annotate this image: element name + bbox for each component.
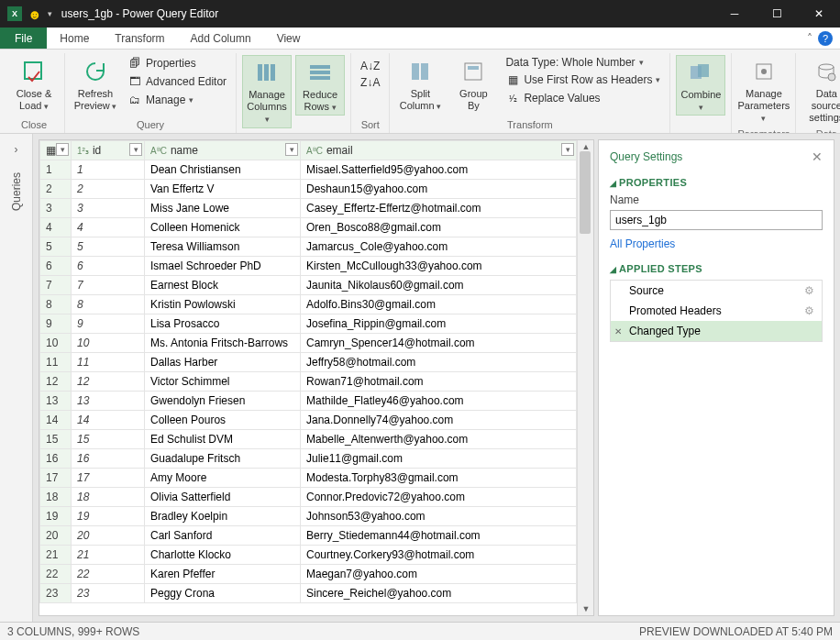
cell-email[interactable]: Sincere_Reichel@yahoo.com xyxy=(301,584,577,603)
table-row[interactable]: 5 5 Teresa Williamson Jamarcus_Cole@yaho… xyxy=(40,237,577,257)
manage-parameters-button[interactable]: Manage Parameters xyxy=(739,55,789,127)
cell-id[interactable]: 14 xyxy=(72,411,145,430)
help-button[interactable]: ? xyxy=(818,31,833,46)
cell-name[interactable]: Bradley Koelpin xyxy=(145,507,301,526)
row-number[interactable]: 10 xyxy=(40,334,72,353)
cell-id[interactable]: 23 xyxy=(72,584,145,603)
cell-id[interactable]: 1 xyxy=(72,160,145,180)
table-row[interactable]: 15 15 Ed Schulist DVM Mabelle_Altenwerth… xyxy=(40,430,577,449)
col-header-name[interactable]: AᴮCname▾ xyxy=(145,141,301,160)
table-row[interactable]: 22 22 Karen Pfeffer Maegan7@yahoo.com xyxy=(40,565,577,584)
reduce-rows-button[interactable]: Reduce Rows xyxy=(295,55,345,116)
table-row[interactable]: 11 11 Dallas Harber Jeffry58@hotmail.com xyxy=(40,353,577,372)
cell-id[interactable]: 12 xyxy=(72,372,145,392)
refresh-preview-button[interactable]: Refresh Preview xyxy=(71,55,120,114)
cell-email[interactable]: Mabelle_Altenwerth@yahoo.com xyxy=(301,430,577,449)
cell-id[interactable]: 20 xyxy=(72,526,145,546)
row-number[interactable]: 3 xyxy=(40,199,72,218)
tab-view[interactable]: View xyxy=(264,28,314,49)
cell-name[interactable]: Earnest Block xyxy=(145,276,301,295)
cell-id[interactable]: 7 xyxy=(72,276,145,295)
query-name-input[interactable] xyxy=(610,210,823,230)
cell-email[interactable]: Jeffry58@hotmail.com xyxy=(301,353,577,372)
cell-id[interactable]: 21 xyxy=(72,546,145,565)
cell-email[interactable]: Berry_Stiedemann44@hotmail.com xyxy=(301,526,577,546)
table-row[interactable]: 12 12 Victor Schimmel Rowan71@hotmail.co… xyxy=(40,372,577,392)
cell-email[interactable]: Misael.Satterfield95@yahoo.com xyxy=(301,160,577,180)
cell-name[interactable]: Dallas Harber xyxy=(145,353,301,372)
row-number[interactable]: 9 xyxy=(40,314,72,334)
table-row[interactable]: 13 13 Gwendolyn Friesen Mathilde_Flatley… xyxy=(40,392,577,411)
cell-id[interactable]: 2 xyxy=(72,180,145,199)
table-row[interactable]: 20 20 Carl Sanford Berry_Stiedemann44@ho… xyxy=(40,526,577,546)
properties-section[interactable]: PROPERTIES xyxy=(610,177,823,188)
table-row[interactable]: 6 6 Ismael Schroeder PhD Kirsten_McCullo… xyxy=(40,257,577,276)
cell-email[interactable]: Casey_Effertz-Effertz@hotmail.com xyxy=(301,199,577,218)
cell-email[interactable]: Johnson53@yahoo.com xyxy=(301,507,577,526)
row-number[interactable]: 17 xyxy=(40,469,72,488)
cell-id[interactable]: 17 xyxy=(72,469,145,488)
cell-id[interactable]: 4 xyxy=(72,218,145,237)
cell-name[interactable]: Lisa Prosacco xyxy=(145,314,301,334)
applied-steps-section[interactable]: APPLIED STEPS xyxy=(610,263,823,274)
cell-id[interactable]: 3 xyxy=(72,199,145,218)
row-number[interactable]: 18 xyxy=(40,488,72,507)
table-row[interactable]: 19 19 Bradley Koelpin Johnson53@yahoo.co… xyxy=(40,507,577,526)
cell-name[interactable]: Victor Schimmel xyxy=(145,372,301,392)
cell-email[interactable]: Deshaun15@yahoo.com xyxy=(301,180,577,199)
cell-email[interactable]: Jana.Donnelly74@yahoo.com xyxy=(301,411,577,430)
data-source-settings-button[interactable]: Data source settings xyxy=(801,55,840,127)
table-row[interactable]: 7 7 Earnest Block Jaunita_Nikolaus60@gma… xyxy=(40,276,577,295)
table-row[interactable]: 16 16 Guadalupe Fritsch Julie11@gmail.co… xyxy=(40,449,577,469)
advanced-editor-button[interactable]: 🗔Advanced Editor xyxy=(124,73,230,90)
qat-dropdown[interactable]: ▾ xyxy=(48,9,52,18)
table-row[interactable]: 9 9 Lisa Prosacco Josefina_Rippin@gmail.… xyxy=(40,314,577,334)
row-number[interactable]: 12 xyxy=(40,372,72,392)
row-number[interactable]: 6 xyxy=(40,257,72,276)
scroll-thumb[interactable] xyxy=(580,151,591,234)
row-number[interactable]: 19 xyxy=(40,507,72,526)
close-button[interactable]: ✕ xyxy=(798,0,840,28)
first-row-headers-button[interactable]: ▦Use First Row as Headers xyxy=(502,72,664,88)
table-row[interactable]: 4 4 Colleen Homenick Oren_Bosco88@gmail.… xyxy=(40,218,577,237)
applied-step[interactable]: Source⚙ xyxy=(611,281,822,301)
cell-email[interactable]: Kirsten_McCullough33@yahoo.com xyxy=(301,257,577,276)
row-number[interactable]: 11 xyxy=(40,353,72,372)
cell-name[interactable]: Teresa Williamson xyxy=(145,237,301,257)
cell-email[interactable]: Connor.Predovic72@yahoo.com xyxy=(301,488,577,507)
collapse-ribbon-icon[interactable]: ˄ xyxy=(807,32,812,45)
scroll-down-icon[interactable]: ▼ xyxy=(578,602,594,615)
cell-name[interactable]: Colleen Pouros xyxy=(145,411,301,430)
cell-name[interactable]: Ed Schulist DVM xyxy=(145,430,301,449)
cell-id[interactable]: 18 xyxy=(72,488,145,507)
cell-name[interactable]: Kristin Powlowski xyxy=(145,295,301,314)
row-number[interactable]: 7 xyxy=(40,276,72,295)
cell-email[interactable]: Mathilde_Flatley46@yahoo.com xyxy=(301,392,577,411)
manage-button[interactable]: 🗂Manage xyxy=(124,92,230,108)
table-row[interactable]: 2 2 Van Effertz V Deshaun15@yahoo.com xyxy=(40,180,577,199)
row-number[interactable]: 22 xyxy=(40,565,72,584)
cell-email[interactable]: Julie11@gmail.com xyxy=(301,449,577,469)
vertical-scrollbar[interactable]: ▲ ▼ xyxy=(577,140,593,615)
row-number[interactable]: 4 xyxy=(40,218,72,237)
cell-email[interactable]: Jamarcus_Cole@yahoo.com xyxy=(301,237,577,257)
tab-add-column[interactable]: Add Column xyxy=(178,28,264,49)
maximize-button[interactable]: ☐ xyxy=(756,0,798,28)
cell-email[interactable]: Modesta.Torphy83@gmail.com xyxy=(301,469,577,488)
group-by-button[interactable]: Group By xyxy=(448,55,498,114)
table-row[interactable]: 18 18 Olivia Satterfield Connor.Predovic… xyxy=(40,488,577,507)
col-header-id[interactable]: 1²₃id▾ xyxy=(72,141,145,160)
row-number[interactable]: 5 xyxy=(40,237,72,257)
cell-id[interactable]: 10 xyxy=(72,334,145,353)
row-number[interactable]: 15 xyxy=(40,430,72,449)
cell-name[interactable]: Miss Jane Lowe xyxy=(145,199,301,218)
row-number[interactable]: 13 xyxy=(40,392,72,411)
cell-id[interactable]: 22 xyxy=(72,565,145,584)
all-properties-link[interactable]: All Properties xyxy=(610,237,675,250)
gear-icon[interactable]: ⚙ xyxy=(804,304,814,317)
table-row[interactable]: 23 23 Peggy Crona Sincere_Reichel@yahoo.… xyxy=(40,584,577,603)
col-id-filter[interactable]: ▾ xyxy=(129,143,142,156)
row-number[interactable]: 21 xyxy=(40,546,72,565)
cell-id[interactable]: 6 xyxy=(72,257,145,276)
sort-desc-button[interactable]: Z↓A xyxy=(357,75,383,90)
